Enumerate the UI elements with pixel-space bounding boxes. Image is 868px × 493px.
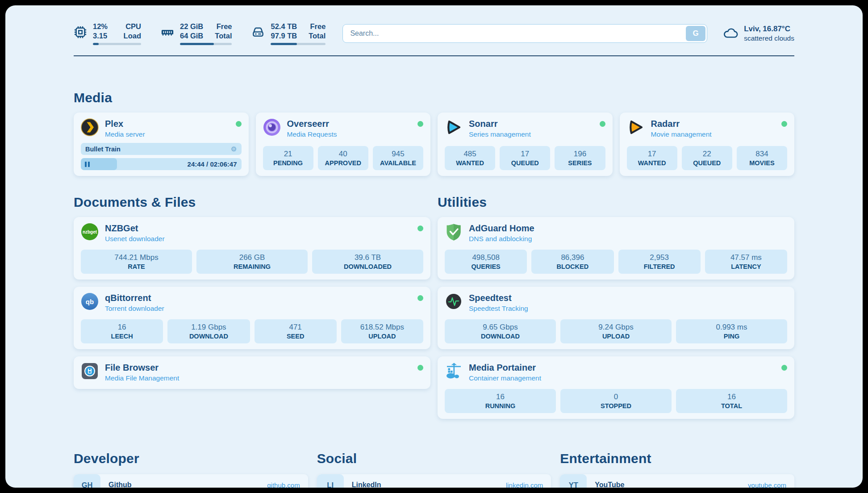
utilities-column: Utilities AdGuard Home DNS and adblockin… [438,195,794,426]
stat-tile-total: 16 TOTAL [676,389,787,413]
stat-tile-wanted: 17 WANTED [627,146,677,170]
now-playing-time: 24:44 / 02:06:47 [188,158,237,170]
stat-tile-latency: 47.57 ms LATENCY [705,250,787,274]
card-subtitle: Media server [105,130,145,138]
stat-tile-approved: 40 APPROVED [318,146,368,170]
now-playing-title-bar: Bullet Train ⚙ [81,143,242,155]
card-title: Speedtest [469,293,528,303]
stat-tile-queued: 17 QUEUED [500,146,550,170]
speedtest-icon [445,292,463,310]
cpu-progress-bar [93,43,141,45]
stat-tile-blocked: 86,396 BLOCKED [531,250,613,274]
filebrowser-icon [81,362,99,380]
card-subtitle: Media File Management [105,374,179,382]
cpu-stat: 12%CPU 3.15Load [74,22,141,45]
status-dot [781,365,787,371]
stat-tile-ping: 0.993 ms PING [676,319,787,343]
stat-tile-series: 196 SERIES [555,146,605,170]
filebrowser-card[interactable]: File Browser Media File Management [74,356,430,389]
cpu-icon [74,25,87,39]
dashboard-page: 12%CPU 3.15Load 22 GiBFree 64 GiBTotal [5,5,863,488]
now-playing-progress-bar[interactable]: 24:44 / 02:06:47 [81,158,242,170]
card-title: File Browser [105,363,179,373]
radarr-icon [627,118,645,136]
stat-tile-download: 9.65 Gbps DOWNLOAD [445,319,556,343]
ram-progress-bar [180,43,232,45]
stat-tile-download: 1.19 Gbps DOWNLOAD [167,319,250,343]
stat-tile-running: 16 RUNNING [445,389,556,413]
disk-icon [251,25,265,39]
stat-tile-wanted: 485 WANTED [445,146,495,170]
adguard-card[interactable]: AdGuard Home DNS and adblocking 498,508 … [438,217,794,280]
card-subtitle: Usenet downloader [105,235,165,243]
disk-progress-bar [271,43,326,45]
card-title: AdGuard Home [469,223,534,234]
overseerr-card[interactable]: Overseerr Media Requests 21 PENDING 40 A… [256,113,431,176]
qbittorrent-icon: qb [81,292,99,310]
plex-card[interactable]: Plex Media server Bullet Train ⚙ 24:44 /… [74,113,249,176]
ram-total: 64 GiB [180,31,203,41]
stat-tile-filtered: 2,953 FILTERED [618,250,701,274]
sonarr-card[interactable]: Sonarr Series management 485 WANTED 17 Q… [438,113,613,176]
weather-location: Lviv, 16.87°C [744,25,794,33]
nzbget-icon: nzbget [81,223,99,241]
cpu-load: 3.15 [93,31,107,41]
section-title-media: Media [74,90,794,105]
bookmark-github[interactable]: GH Github github.com [74,474,308,488]
weather-widget[interactable]: Lviv, 16.87°C scattered clouds [722,25,794,42]
stat-tile-queued: 22 QUEUED [682,146,732,170]
stat-tile-seed: 471 SEED [255,319,337,343]
status-dot [417,121,423,127]
stat-tile-stopped: 0 STOPPED [560,389,672,413]
ram-free: 22 GiB [180,22,203,31]
plex-icon [81,118,99,136]
adguard-icon [445,223,463,241]
stat-tile-rate: 744.21 Mbps RATE [81,250,192,274]
stat-tile-remaining: 266 GB REMAINING [196,250,308,274]
speedtest-card[interactable]: Speedtest Speedtest Tracking 9.65 Gbps D… [438,287,794,349]
pause-icon[interactable] [85,162,90,167]
developer-bookmarks: Developer GH Github github.com SO StackO… [74,451,308,488]
portainer-card[interactable]: Media Portainer Container management 16 … [438,356,794,419]
section-title-developer: Developer [74,451,308,466]
card-subtitle: Speedtest Tracking [469,305,528,313]
weather-condition: scattered clouds [744,34,794,42]
stat-tile-upload: 618.52 Mbps UPLOAD [341,319,423,343]
card-subtitle: DNS and adblocking [469,235,534,243]
disk-free: 52.4 TB [271,22,297,31]
cloud-icon [722,25,739,42]
overseerr-icon [263,118,281,136]
card-subtitle: Series management [469,130,531,138]
card-title: Media Portainer [469,363,541,373]
gear-icon[interactable]: ⚙ [231,146,237,152]
stat-tile-upload: 9.24 Gbps UPLOAD [560,319,672,343]
stat-tile-queries: 498,508 QUERIES [445,250,527,274]
nzbget-card[interactable]: nzbget NZBGet Usenet downloader 744.21 M… [74,217,430,280]
search-provider-button[interactable]: G [686,26,705,41]
stat-tile-pending: 21 PENDING [263,146,313,170]
svg-text:qb: qb [86,298,94,305]
entertainment-bookmarks: Entertainment YT YouTube youtube.com NF … [560,451,794,488]
ram-stat: 22 GiBFree 64 GiBTotal [161,22,232,45]
bookmark-linkedin[interactable]: LI LinkedIn linkedin.com [317,474,551,488]
svg-text:nzbget: nzbget [83,230,97,234]
radarr-card[interactable]: Radarr Movie management 17 WANTED 22 QUE… [620,113,795,176]
disk-total: 97.9 TB [271,31,297,41]
section-title-documents: Documents & Files [74,195,430,210]
card-subtitle: Torrent downloader [105,305,164,313]
header: 12%CPU 3.15Load 22 GiBFree 64 GiBTotal [74,21,794,46]
bookmarks-section: Developer GH Github github.com SO StackO… [74,451,794,488]
stat-tile-available: 945 AVAILABLE [373,146,423,170]
card-title: Radarr [651,119,712,129]
sonarr-icon [445,118,463,136]
bookmark-youtube[interactable]: YT YouTube youtube.com [560,474,794,488]
section-title-entertainment: Entertainment [560,451,794,466]
status-dot [417,295,423,301]
status-dot [781,121,787,127]
stat-tile-leech: 16 LEECH [81,319,163,343]
ram-icon [161,25,174,39]
card-subtitle: Movie management [651,130,712,138]
search-input[interactable] [342,24,707,43]
qbittorrent-card[interactable]: qb qBittorrent Torrent downloader 16 LEE… [74,287,430,349]
media-card-row: Plex Media server Bullet Train ⚙ 24:44 /… [74,113,794,176]
